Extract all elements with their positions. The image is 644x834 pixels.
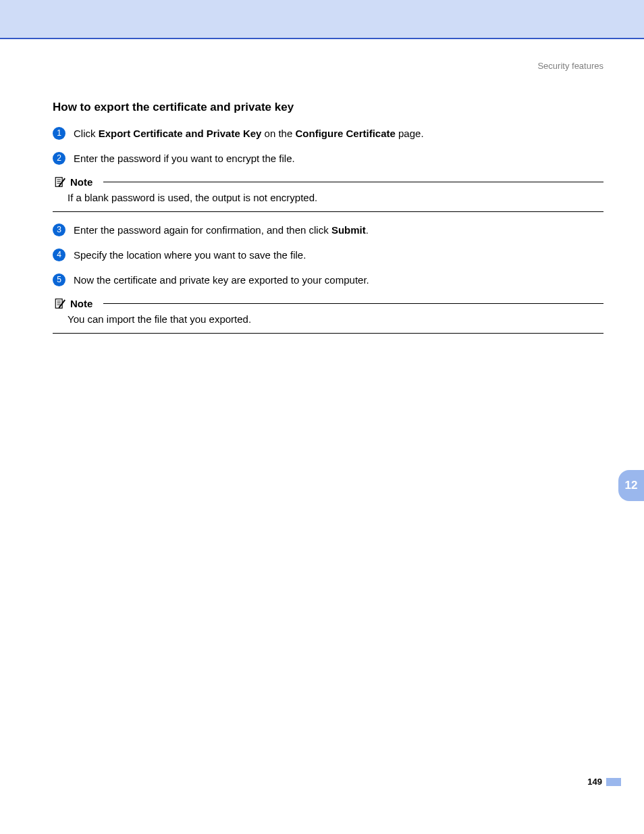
bold: Submit (331, 224, 366, 236)
note-rule (103, 303, 603, 304)
note-icon (54, 176, 66, 188)
note-bottom-rule (53, 333, 603, 334)
text: page. (396, 128, 424, 139)
note-1: Note If a blank password is used, the ou… (53, 176, 603, 212)
note-rule (103, 182, 603, 182)
step-5: 5 Now the certificate and private key ar… (53, 273, 603, 287)
running-header: Security features (53, 61, 603, 71)
step-1: 1 Click Export Certificate and Private K… (53, 126, 603, 140)
step-text: Specify the location where you want to s… (74, 248, 306, 262)
step-text: Click Export Certificate and Private Key… (74, 126, 424, 140)
step-4: 4 Specify the location where you want to… (53, 248, 603, 262)
step-text: Enter the password if you want to encryp… (74, 151, 295, 165)
step-2: 2 Enter the password if you want to encr… (53, 151, 603, 165)
text: . (366, 224, 369, 236)
step-text: Enter the password again for confirmatio… (74, 223, 369, 237)
note-body: If a blank password is used, the output … (68, 190, 603, 205)
note-bottom-rule (53, 211, 603, 212)
step-3: 3 Enter the password again for confirmat… (53, 223, 603, 237)
step-badge: 3 (53, 224, 65, 236)
text: on the (261, 128, 295, 139)
step-badge: 2 (53, 152, 65, 165)
step-text: Now the certificate and private key are … (74, 273, 369, 287)
step-badge: 4 (53, 249, 65, 261)
step-badge: 1 (53, 127, 65, 140)
note-label: Note (70, 176, 92, 188)
step-badge: 5 (53, 273, 65, 286)
text: Click (74, 128, 99, 139)
bold: Configure Certificate (295, 128, 395, 139)
note-2: Note You can import the file that you ex… (53, 298, 603, 334)
note-label: Note (70, 298, 92, 309)
page-body: Security features How to export the cert… (0, 61, 644, 371)
top-band (0, 0, 644, 39)
note-icon (54, 298, 66, 309)
section-title: How to export the certificate and privat… (53, 101, 603, 114)
bold: Export Certificate and Private Key (99, 128, 262, 139)
text: Enter the password again for confirmatio… (74, 224, 331, 236)
note-body: You can import the file that you exporte… (68, 312, 603, 326)
